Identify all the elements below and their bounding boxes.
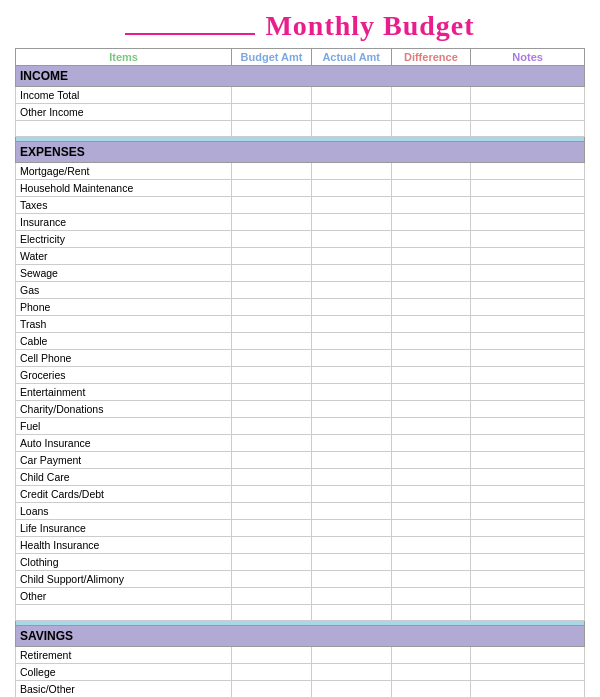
table-row: Water xyxy=(16,248,585,265)
diff-cell[interactable] xyxy=(391,87,471,104)
item-label xyxy=(16,605,232,621)
table-row: Electricity xyxy=(16,231,585,248)
item-label: Entertainment xyxy=(16,384,232,401)
table-row: Credit Cards/Debt xyxy=(16,486,585,503)
table-row: Retirement xyxy=(16,647,585,664)
table-row: Other xyxy=(16,588,585,605)
item-label: Other Income xyxy=(16,104,232,121)
income-label: INCOME xyxy=(16,66,585,87)
table-row: Health Insurance xyxy=(16,537,585,554)
table-row: Gas xyxy=(16,282,585,299)
budget-cell[interactable] xyxy=(232,87,312,104)
item-label: Other xyxy=(16,588,232,605)
page: Monthly Budget Items Budget Amt Actual A… xyxy=(0,0,600,697)
item-label: Electricity xyxy=(16,231,232,248)
col-actual: Actual Amt xyxy=(311,49,391,66)
table-row: Groceries xyxy=(16,367,585,384)
notes-cell[interactable] xyxy=(471,87,585,104)
budget-table: Items Budget Amt Actual Amt Difference N… xyxy=(15,48,585,697)
item-label: Trash xyxy=(16,316,232,333)
table-row: College xyxy=(16,664,585,681)
table-row: Other Income xyxy=(16,104,585,121)
table-row: Income Total xyxy=(16,87,585,104)
col-notes: Notes xyxy=(471,49,585,66)
item-label: Life Insurance xyxy=(16,520,232,537)
table-row: Cell Phone xyxy=(16,350,585,367)
diff-cell[interactable] xyxy=(391,121,471,137)
item-label: Basic/Other xyxy=(16,681,232,698)
item-label: Cell Phone xyxy=(16,350,232,367)
item-label: College xyxy=(16,664,232,681)
table-row xyxy=(16,605,585,621)
col-difference: Difference xyxy=(391,49,471,66)
budget-cell[interactable] xyxy=(232,121,312,137)
table-row: Child Support/Alimony xyxy=(16,571,585,588)
item-label: Income Total xyxy=(16,87,232,104)
col-items: Items xyxy=(16,49,232,66)
item-label: Clothing xyxy=(16,554,232,571)
item-label: Cable xyxy=(16,333,232,350)
item-label: Water xyxy=(16,248,232,265)
item-label: Child Care xyxy=(16,469,232,486)
item-label: Phone xyxy=(16,299,232,316)
table-row: Cable xyxy=(16,333,585,350)
savings-header: SAVINGS xyxy=(16,626,585,647)
header-line xyxy=(125,17,255,35)
table-row: Auto Insurance xyxy=(16,435,585,452)
table-row: Household Maintenance xyxy=(16,180,585,197)
item-label: Child Support/Alimony xyxy=(16,571,232,588)
expenses-label: EXPENSES xyxy=(16,142,585,163)
column-header-row: Items Budget Amt Actual Amt Difference N… xyxy=(16,49,585,66)
col-budget: Budget Amt xyxy=(232,49,312,66)
item-label: Household Maintenance xyxy=(16,180,232,197)
table-row: Car Payment xyxy=(16,452,585,469)
item-label: Health Insurance xyxy=(16,537,232,554)
item-label: Credit Cards/Debt xyxy=(16,486,232,503)
table-row: Life Insurance xyxy=(16,520,585,537)
table-row: Clothing xyxy=(16,554,585,571)
item-label: Charity/Donations xyxy=(16,401,232,418)
table-row xyxy=(16,121,585,137)
item-label: Insurance xyxy=(16,214,232,231)
table-row: Child Care xyxy=(16,469,585,486)
page-title: Monthly Budget xyxy=(265,10,474,42)
table-row: Taxes xyxy=(16,197,585,214)
item-label: Sewage xyxy=(16,265,232,282)
table-row: Loans xyxy=(16,503,585,520)
expenses-header: EXPENSES xyxy=(16,142,585,163)
table-row: Charity/Donations xyxy=(16,401,585,418)
notes-cell[interactable] xyxy=(471,104,585,121)
actual-cell[interactable] xyxy=(311,87,391,104)
budget-cell[interactable] xyxy=(232,104,312,121)
item-label: Gas xyxy=(16,282,232,299)
item-label: Fuel xyxy=(16,418,232,435)
item-label: Auto Insurance xyxy=(16,435,232,452)
header: Monthly Budget xyxy=(15,10,585,42)
item-label xyxy=(16,121,232,137)
table-row: Phone xyxy=(16,299,585,316)
actual-cell[interactable] xyxy=(311,121,391,137)
item-label: Mortgage/Rent xyxy=(16,163,232,180)
item-label: Groceries xyxy=(16,367,232,384)
item-label: Loans xyxy=(16,503,232,520)
diff-cell[interactable] xyxy=(391,104,471,121)
savings-label: SAVINGS xyxy=(16,626,585,647)
item-label: Car Payment xyxy=(16,452,232,469)
notes-cell[interactable] xyxy=(471,121,585,137)
item-label: Retirement xyxy=(16,647,232,664)
actual-cell[interactable] xyxy=(311,104,391,121)
table-row: Entertainment xyxy=(16,384,585,401)
table-row: Sewage xyxy=(16,265,585,282)
item-label: Taxes xyxy=(16,197,232,214)
table-row: Insurance xyxy=(16,214,585,231)
table-row: Trash xyxy=(16,316,585,333)
table-row: Basic/Other xyxy=(16,681,585,698)
income-header: INCOME xyxy=(16,66,585,87)
table-row: Mortgage/Rent xyxy=(16,163,585,180)
table-row: Fuel xyxy=(16,418,585,435)
